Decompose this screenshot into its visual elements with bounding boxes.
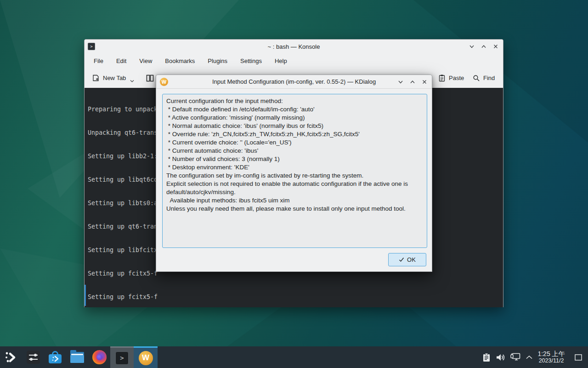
system-tray [481, 346, 533, 368]
firefox-button[interactable] [88, 346, 110, 368]
dialog-message-line: Explicit selection is not required to en… [166, 180, 423, 196]
dialog-message-line: * Active configuration: 'missing' (norma… [166, 114, 423, 122]
clock-date: 2023/11/2 [539, 357, 564, 364]
maximize-icon[interactable] [481, 44, 486, 49]
dialog-message-line: * Default mode defined in /etc/default/i… [166, 105, 423, 114]
kdialog-w-icon: W [139, 351, 153, 365]
dialog-titlebar[interactable]: W Input Method Configuration (im-config,… [156, 75, 432, 89]
show-desktop-icon [574, 354, 582, 361]
terminal-line: Setting up fcitx5-f [88, 293, 290, 301]
dialog-message-line: * Current automatic choice: 'ibus' [166, 147, 423, 155]
task-konsole[interactable]: > [110, 346, 134, 368]
dialog-message-line: * Normal automatic choice: 'ibus' (norma… [166, 122, 423, 130]
show-desktop-button[interactable] [571, 346, 585, 368]
dialog-message-area[interactable]: Current configuration for the input meth… [162, 94, 427, 248]
new-tab-chevron-icon[interactable] [130, 80, 134, 83]
new-tab-button[interactable]: New Tab [92, 73, 134, 83]
task-kdialog-active[interactable]: W [134, 346, 158, 368]
system-settings-button[interactable] [22, 346, 44, 368]
find-button[interactable]: Find [473, 75, 495, 82]
ok-button[interactable]: OK [388, 253, 426, 266]
menu-help[interactable]: Help [268, 58, 294, 64]
dialog-message-line: The configuration set by im-config is ac… [166, 172, 423, 180]
dialog-message-line: Unless you really need them all, please … [166, 205, 423, 213]
network-tray-icon[interactable] [510, 352, 521, 362]
konsole-window-title: ~ : bash — Konsole [85, 43, 503, 50]
minimize-icon[interactable] [469, 44, 475, 49]
dialog-title: Input Method Configuration (im-config, v… [156, 78, 432, 85]
firefox-icon [92, 350, 107, 364]
volume-tray-icon[interactable] [495, 352, 506, 362]
new-tab-icon [92, 74, 100, 82]
folder-icon [70, 352, 84, 363]
konsole-titlebar[interactable]: > ~ : bash — Konsole [85, 40, 503, 53]
paste-button[interactable]: Paste [438, 74, 464, 82]
dialog-maximize-icon[interactable] [410, 79, 415, 85]
dialog-message-line: * Desktop environment: 'KDE' [166, 163, 423, 172]
konsole-icon: > [115, 351, 129, 365]
dialog-close-icon[interactable] [422, 79, 427, 85]
discover-icon [48, 351, 62, 364]
im-config-dialog: W Input Method Configuration (im-config,… [156, 75, 432, 272]
file-manager-button[interactable] [66, 346, 88, 368]
dialog-message-line: * Override rule: 'zh_CN,fcitx5:zh_TW,fci… [166, 130, 423, 138]
menu-edit[interactable]: Edit [110, 58, 133, 64]
system-settings-icon [27, 351, 40, 364]
dialog-message-line: Current configuration for the input meth… [166, 97, 423, 105]
konsole-app-icon: > [88, 43, 95, 50]
im-config-w-icon: W [160, 78, 168, 86]
dialog-message-line: Available input methods: ibus fcitx5 uim… [166, 196, 423, 205]
menu-file[interactable]: File [87, 58, 110, 64]
clipboard-tray-icon[interactable] [481, 352, 491, 362]
dialog-message-line: * Number of valid choices: 3 (normally 1… [166, 155, 423, 163]
search-icon [473, 75, 480, 82]
dialog-minimize-icon[interactable] [398, 79, 403, 85]
new-output-marker [85, 285, 86, 306]
app-launcher-icon [4, 351, 18, 364]
paste-icon [438, 74, 446, 82]
digital-clock[interactable]: 1:25 上午 2023/11/2 [534, 346, 569, 368]
konsole-menubar: File Edit View Bookmarks Plugins Setting… [85, 53, 503, 68]
discover-button[interactable] [44, 346, 66, 368]
dialog-message-line: * Current override choice: '' (Locale='e… [166, 138, 423, 147]
split-view-icon [146, 75, 154, 82]
menu-view[interactable]: View [133, 58, 158, 64]
menu-plugins[interactable]: Plugins [201, 58, 234, 64]
menu-settings[interactable]: Settings [234, 58, 268, 64]
app-launcher-button[interactable] [0, 346, 22, 368]
close-icon[interactable] [493, 44, 498, 49]
tray-expander-icon[interactable] [526, 355, 533, 360]
clock-time: 1:25 上午 [537, 350, 565, 357]
check-icon [399, 257, 404, 262]
menu-bookmarks[interactable]: Bookmarks [158, 58, 201, 64]
